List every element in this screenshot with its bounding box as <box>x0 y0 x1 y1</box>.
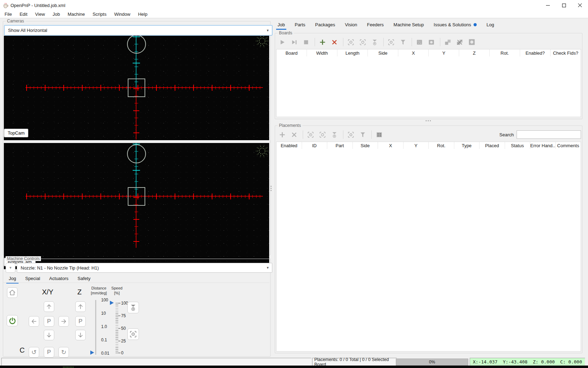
position-camera-button[interactable] <box>127 328 139 340</box>
panel-fiducial-button[interactable] <box>468 38 476 46</box>
menu-machine[interactable]: Machine <box>64 11 89 18</box>
boards-col-width[interactable]: Width <box>307 49 337 56</box>
two-placement-locate-button[interactable] <box>444 38 452 46</box>
placements-col-y[interactable]: Y <box>404 142 429 149</box>
boards-col-checkfids[interactable]: Check Fids? <box>551 49 581 56</box>
stop-job-button[interactable] <box>302 38 310 46</box>
minimize-button[interactable] <box>540 0 556 11</box>
placements-col-errorhandling[interactable]: Error Hand... <box>530 142 556 149</box>
jog-z-plus-button[interactable] <box>75 301 86 312</box>
window-title: OpenPnP - Untitled.job.xml <box>10 3 65 8</box>
panel-circle-button[interactable] <box>427 38 435 46</box>
boards-col-rot[interactable]: Rot. <box>490 49 520 56</box>
top-camera-view[interactable]: TopCam <box>4 36 269 140</box>
menu-file[interactable]: File <box>1 11 16 18</box>
jog-x-minus-button[interactable] <box>29 316 39 327</box>
horizontal-splitter-handle[interactable] <box>426 120 431 121</box>
remove-placement-button[interactable] <box>290 131 298 139</box>
placements-table-body[interactable] <box>276 149 581 352</box>
park-z-button[interactable]: P <box>75 316 86 327</box>
menu-window[interactable]: Window <box>110 11 134 18</box>
menu-edit[interactable]: Edit <box>16 11 31 18</box>
boards-col-x[interactable]: X <box>398 49 429 56</box>
park-xy-button[interactable]: P <box>44 316 54 327</box>
position-camera-button[interactable] <box>347 131 355 139</box>
tab-special[interactable]: Special <box>21 274 45 283</box>
menu-job[interactable]: Job <box>49 11 64 18</box>
capture-tool-location-button[interactable] <box>318 131 327 139</box>
distance-tick-1: 1.0 <box>101 324 107 329</box>
boards-col-z[interactable]: Z <box>459 49 490 56</box>
menu-scripts[interactable]: Scripts <box>89 11 110 18</box>
speed-slider-thumb[interactable] <box>110 301 114 305</box>
home-button[interactable] <box>7 287 18 298</box>
placements-col-side[interactable]: Side <box>353 142 378 149</box>
jog-y-plus-button[interactable] <box>44 301 54 312</box>
close-button[interactable] <box>572 0 588 11</box>
tab-packages[interactable]: Packages <box>310 19 340 30</box>
placements-col-x[interactable]: X <box>378 142 404 149</box>
tab-job[interactable]: Job <box>273 19 290 30</box>
jog-x-plus-button[interactable] <box>58 316 69 327</box>
remove-board-button[interactable] <box>330 38 338 46</box>
capture-z-button[interactable] <box>371 38 379 46</box>
tab-parts[interactable]: Parts <box>290 19 310 30</box>
capture-camera-location-button[interactable] <box>307 131 315 139</box>
boards-col-side[interactable]: Side <box>368 49 398 56</box>
placements-col-id[interactable]: ID <box>302 142 328 149</box>
jog-z-minus-button[interactable] <box>75 330 86 340</box>
placements-col-type[interactable]: Type <box>454 142 480 149</box>
position-tool-button[interactable] <box>399 38 407 46</box>
boards-table-body[interactable] <box>276 56 581 117</box>
park-z-safe-button[interactable] <box>127 302 139 313</box>
position-camera-button[interactable] <box>387 38 395 46</box>
tab-feeders[interactable]: Feeders <box>362 19 389 30</box>
capture-tool-location-button[interactable] <box>359 38 367 46</box>
tab-actuators[interactable]: Actuators <box>45 274 73 283</box>
edit-placement-button[interactable] <box>375 131 383 139</box>
step-job-button[interactable] <box>290 38 298 46</box>
head-selector-toggle-button[interactable]: ▼ <box>6 263 15 273</box>
placements-col-placed[interactable]: Placed <box>479 142 505 149</box>
camera-selector[interactable]: Show All Horizontal ▼ <box>4 25 272 35</box>
jog-y-minus-button[interactable] <box>44 330 54 340</box>
power-button[interactable] <box>7 315 18 326</box>
position-tool-button[interactable] <box>359 131 367 139</box>
capture-camera-location-button[interactable] <box>347 38 355 46</box>
jog-c-ccw-button[interactable]: ↺ <box>29 347 39 357</box>
boards-col-board[interactable]: Board <box>276 49 307 56</box>
distance-slider-thumb[interactable] <box>90 350 94 355</box>
boards-col-enabled[interactable]: Enabled? <box>520 49 551 56</box>
bottom-camera-view[interactable]: BottomCam <box>4 143 269 269</box>
boards-col-length[interactable]: Length <box>337 49 368 56</box>
tab-jog[interactable]: Jog <box>4 274 21 283</box>
search-input[interactable] <box>517 130 581 139</box>
nozzle-selector[interactable]: Nozzle: N1 - No Nozzle Tip (Head: H1) ▼ <box>17 263 272 273</box>
start-job-button[interactable] <box>278 38 286 46</box>
menu-view[interactable]: View <box>31 11 49 18</box>
panel-xout-button[interactable] <box>456 38 464 46</box>
placements-col-comments[interactable]: Comments <box>556 142 581 149</box>
vertical-splitter-handle[interactable] <box>271 186 272 191</box>
tab-machine-setup[interactable]: Machine Setup <box>388 19 429 30</box>
add-placement-button[interactable] <box>278 131 286 139</box>
panel-dots-button[interactable] <box>415 38 424 46</box>
capture-z-button[interactable] <box>330 131 338 139</box>
tab-issues-solutions[interactable]: Issues & Solutions <box>429 19 482 30</box>
speed-slider[interactable] <box>115 303 118 354</box>
add-board-button[interactable] <box>318 38 327 46</box>
tab-vision[interactable]: Vision <box>340 19 362 30</box>
jog-c-cw-button[interactable]: ↻ <box>58 347 69 357</box>
boards-col-y[interactable]: Y <box>429 49 459 56</box>
placements-col-part[interactable]: Part <box>327 142 353 149</box>
distance-slider[interactable] <box>95 300 96 355</box>
menu-help[interactable]: Help <box>134 11 151 18</box>
placements-col-enabled[interactable]: Enabled <box>276 142 302 149</box>
maximize-button[interactable] <box>556 0 572 11</box>
openpnp-window: OpenPnP - Untitled.job.xml File Edit Vie… <box>0 0 588 368</box>
placements-col-rot[interactable]: Rot. <box>429 142 454 149</box>
park-c-button[interactable]: P <box>44 347 54 357</box>
tab-safety[interactable]: Safety <box>73 274 95 283</box>
placements-col-status[interactable]: Status <box>505 142 531 149</box>
tab-log[interactable]: Log <box>482 19 499 30</box>
